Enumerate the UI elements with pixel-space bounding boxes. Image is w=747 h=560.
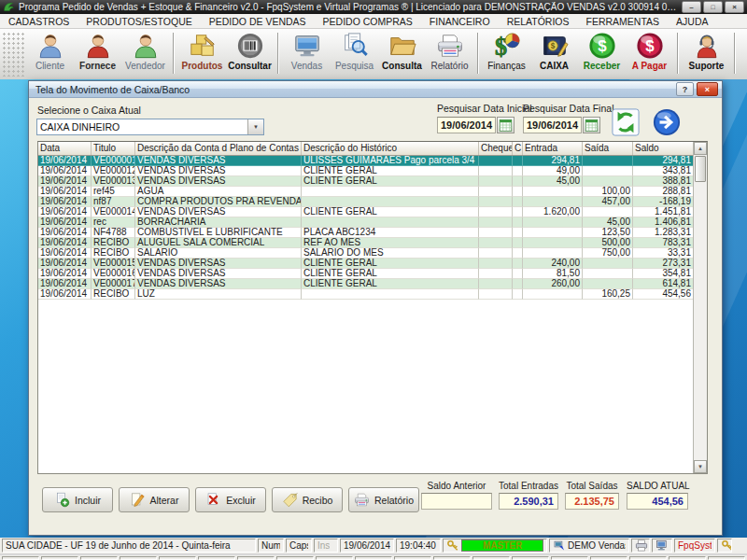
total-saidas-group: Total Saídas 2.135,75 — [565, 481, 619, 510]
toolbar-item-caixa[interactable]: $CAIXA — [530, 32, 578, 71]
menu-item-cadastros[interactable]: CADASTROS — [0, 14, 78, 28]
window-close-button[interactable]: × — [697, 82, 718, 96]
table-row[interactable]: 19/06/2014VE000017VENDAS DIVERSASCLIENTE… — [38, 279, 693, 289]
table-row[interactable]: 19/06/2014VE000013VENDAS DIVERSASCLIENTE… — [38, 176, 693, 187]
column-header-cheque[interactable]: Cheque — [479, 142, 513, 155]
session-icon — [553, 539, 566, 552]
table-cell — [583, 176, 633, 187]
toolbar-item-pesquisa[interactable]: Pesquisa — [331, 32, 378, 71]
edit-icon — [130, 492, 146, 508]
toolbar-item-consulta[interactable]: Consulta — [378, 32, 426, 71]
table-cell: RECIBO — [92, 248, 135, 259]
table-row[interactable]: 19/06/2014ref45AGUA100,00288,81 — [38, 187, 693, 197]
menu-item-ajuda[interactable]: AJUDA — [668, 14, 716, 28]
products-icon — [189, 32, 217, 60]
table-row[interactable]: 19/06/2014VE000012VENDAS DIVERSASCLIENTE… — [38, 166, 693, 176]
table-row[interactable]: 19/06/2014NF4788COMBUSTÍVEL E LUBRIFICAN… — [38, 228, 693, 238]
toolbar-item-coin[interactable]: $ — [740, 32, 747, 60]
toolbar-item-label: Vendedor — [125, 61, 165, 71]
toolbar-item-label: CAIXA — [540, 61, 569, 71]
menu-item-financeiro[interactable]: FINANCEIRO — [421, 14, 499, 28]
menu-item-pedido-de-vendas[interactable]: PEDIDO DE VENDAS — [201, 14, 315, 28]
chevron-down-icon[interactable]: ▼ — [247, 119, 263, 134]
toolbar-items: ClienteForneceVendedorProdutosConsultarV… — [26, 29, 747, 79]
refresh-button[interactable] — [612, 108, 640, 136]
go-button[interactable] — [653, 108, 681, 136]
table-row[interactable]: 19/06/2014RECIBOSALARIOSALARIO DO MES750… — [38, 248, 693, 259]
date-start-input[interactable]: 19/06/2014 — [437, 117, 496, 133]
toolbar-item-a-pagar[interactable]: $A Pagar — [626, 32, 673, 71]
toolbar-item-consultar[interactable]: Consultar — [226, 32, 274, 71]
toolbar-item-suporte[interactable]: Suporte — [683, 32, 730, 71]
table-scrollbar[interactable]: ▲ ▼ — [693, 142, 707, 473]
table-row[interactable]: 19/06/2014VE000016VENDAS DIVERSASCLIENTE… — [38, 269, 693, 279]
column-header-data[interactable]: Data — [38, 142, 92, 155]
caixa-select-value: CAIXA DINHEIRO — [37, 121, 247, 133]
window-help-button[interactable]: ? — [676, 82, 694, 96]
recibo-button[interactable]: Recibo — [272, 487, 343, 512]
table-cell: 1.620,00 — [523, 207, 583, 217]
table-cell: COMBUSTÍVEL E LUBRIFICANTE — [135, 228, 302, 238]
menu-item-ferramentas[interactable]: FERRAMENTAS — [578, 14, 669, 28]
menu-item-relatorios[interactable]: RELATÓRIOS — [499, 14, 578, 28]
toolbar-item-vendas[interactable]: Vendas — [283, 32, 331, 71]
menu-item-produtos-estoque[interactable]: PRODUTOS/ESTOQUE — [78, 14, 200, 28]
excluir-button[interactable]: Excluir — [195, 487, 266, 512]
toolbar-item-receber[interactable]: $Receber — [578, 32, 626, 71]
date-start-calendar-button[interactable] — [497, 117, 514, 133]
table-row[interactable]: 19/06/2014recBORRACHARIA45,001.406,81 — [38, 217, 693, 228]
status-secondary-cell — [708, 556, 745, 560]
alterar-button[interactable]: Alterar — [119, 487, 190, 512]
table-row[interactable]: 19/06/2014VE000001VENDAS DIVERSASULISSES… — [38, 156, 693, 166]
table-row[interactable]: 19/06/2014RECIBOLUZ160,25454,56 — [38, 289, 693, 300]
column-header-saida[interactable]: Saída — [583, 142, 633, 155]
scroll-down-button[interactable]: ▼ — [694, 460, 707, 473]
column-header-descricao-do-historico[interactable]: Descrição do Histórico — [302, 142, 479, 155]
menu-item-pedido-compras[interactable]: PEDIDO COMPRAS — [315, 14, 421, 28]
relatorio-button[interactable]: Relatório — [348, 487, 419, 512]
status-secondary-cell — [590, 556, 627, 560]
table-cell: REF AO MES — [302, 238, 479, 248]
close-button[interactable]: × — [725, 1, 744, 13]
column-header-titulo[interactable]: Titulo — [92, 142, 135, 155]
status-secondary-cell — [669, 556, 706, 560]
column-header-entrada[interactable]: Entrada — [523, 142, 583, 155]
window-title-bar[interactable]: Tela do Movimento de Caixa/Banco ? × — [29, 81, 722, 98]
incluir-button[interactable]: Incluir — [42, 487, 113, 512]
table-cell: VENDAS DIVERSAS — [135, 166, 302, 176]
scrollbar-thumb[interactable] — [695, 156, 706, 182]
table-cell: VENDAS DIVERSAS — [135, 259, 302, 269]
toolbar-item-produtos[interactable]: Produtos — [178, 32, 226, 71]
date-end-input[interactable]: 19/06/2014 — [523, 117, 582, 133]
toolbar-item-fornece[interactable]: Fornece — [74, 32, 121, 71]
table-row[interactable]: 19/06/2014RECIBOALUGUEL SALA COMERCIALRE… — [38, 238, 693, 248]
table-cell: 454,56 — [633, 289, 694, 300]
total-saidas-value: 2.135,75 — [565, 493, 619, 510]
table-row[interactable]: 19/06/2014VE000015VENDAS DIVERSASCLIENTE… — [38, 259, 693, 269]
toolbar-grip-texture — [2, 32, 26, 77]
table-cell: 1.283,31 — [633, 228, 694, 238]
table-row[interactable]: 19/06/2014nf87COMPRA PRODUTOS PRA REVEND… — [38, 197, 693, 207]
column-header-c[interactable]: C — [513, 142, 523, 155]
toolbar-item-financas[interactable]: $Finanças — [483, 32, 530, 71]
caixa-select[interactable]: CAIXA DINHEIRO ▼ — [36, 119, 264, 135]
column-header-descricao-da-conta-d-plano-de-contas[interactable]: Descrição da Conta d Plano de Contas — [135, 142, 302, 155]
status-text: Caps — [289, 540, 308, 551]
scroll-up-button[interactable]: ▲ — [694, 142, 707, 155]
date-end-calendar-button[interactable] — [583, 117, 600, 133]
toolbar-item-cliente[interactable]: Cliente — [26, 32, 74, 71]
toolbar-item-relatorio[interactable]: Relatório — [426, 32, 473, 71]
table-cell — [479, 187, 513, 197]
table-cell: 750,00 — [583, 248, 633, 259]
table-cell: 19/06/2014 — [38, 217, 92, 228]
table-cell — [523, 248, 583, 259]
toolbar-item-vendedor[interactable]: Vendedor — [121, 32, 169, 71]
maximize-button[interactable]: □ — [703, 1, 723, 13]
table-cell: 294,81 — [523, 156, 583, 166]
table-row[interactable]: 19/06/2014VE000014VENDAS DIVERSASCLIENTE… — [38, 207, 693, 217]
table-cell: 388,81 — [633, 176, 694, 187]
receipt-icon — [282, 492, 298, 508]
toolbar-item-label: Consultar — [228, 61, 272, 71]
column-header-saldo[interactable]: Saldo — [633, 142, 694, 155]
minimize-button[interactable]: – — [682, 1, 701, 13]
